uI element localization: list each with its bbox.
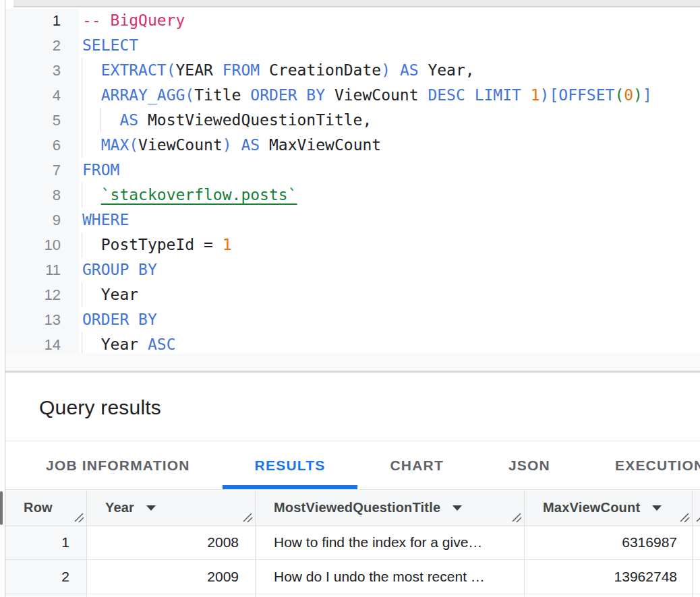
code-line[interactable]: 9WHERE bbox=[0, 208, 700, 232]
code-token: 0 bbox=[624, 86, 633, 104]
code-text: `stackoverflow.posts` bbox=[82, 183, 297, 208]
code-line[interactable]: 6 MAX(ViewCount) AS MaxViewCount bbox=[0, 133, 700, 158]
code-token: Year bbox=[82, 336, 148, 353]
code-line[interactable]: 8 `stackoverflow.posts` bbox=[0, 183, 700, 208]
column-resize-handle[interactable] bbox=[242, 512, 253, 523]
code-line[interactable]: 1-- BigQuery bbox=[0, 8, 700, 33]
code-line[interactable]: 13ORDER BY bbox=[0, 307, 700, 332]
maxviewcount-cell: 13962748 bbox=[525, 560, 693, 594]
year-cell bbox=[87, 594, 256, 597]
line-number: 10 bbox=[5, 232, 61, 257]
code-line[interactable]: 7FROM bbox=[0, 158, 700, 183]
code-token bbox=[82, 86, 101, 104]
code-token: 1 bbox=[531, 86, 540, 104]
code-token: ViewCount bbox=[138, 136, 223, 154]
code-text: EXTRACT(YEAR FROM CreationDate) AS Year, bbox=[82, 58, 475, 83]
sort-dropdown-icon[interactable] bbox=[652, 505, 662, 511]
code-token: MostViewedQuestionTitle, bbox=[138, 111, 372, 129]
table-header-row: Row Year MostViewedQuestionTitle bbox=[5, 491, 700, 526]
code-line[interactable]: 11GROUP BY bbox=[0, 257, 700, 282]
code-token: ( bbox=[614, 86, 624, 104]
sql-code-editor[interactable]: 1-- BigQuery2SELECT3 EXTRACT(YEAR FROM C… bbox=[0, 8, 700, 357]
code-text: WHERE bbox=[82, 208, 129, 232]
sort-dropdown-icon[interactable] bbox=[453, 505, 462, 511]
tab-chart[interactable]: CHART bbox=[357, 442, 476, 489]
line-number: 4 bbox=[5, 83, 61, 108]
line-number: 3 bbox=[5, 58, 61, 83]
code-token: CreationDate bbox=[260, 61, 381, 79]
code-line[interactable]: 5 AS MostViewedQuestionTitle, bbox=[0, 108, 700, 133]
code-line[interactable]: 10 PostTypeId = 1 bbox=[0, 232, 700, 257]
code-token: SELECT bbox=[82, 36, 138, 54]
column-header-maxviewcount[interactable]: MaxViewCount bbox=[525, 491, 693, 525]
code-token: Year bbox=[82, 286, 138, 303]
code-line[interactable]: 2SELECT bbox=[0, 33, 700, 58]
year-cell: 2008 bbox=[87, 526, 256, 559]
title-cell: How to find the index for a give… bbox=[256, 526, 525, 559]
code-token: )[ bbox=[540, 86, 559, 104]
tab-job-information[interactable]: JOB INFORMATION bbox=[13, 442, 223, 489]
code-token bbox=[390, 61, 400, 79]
column-header-clipped[interactable] bbox=[693, 491, 700, 525]
code-text: -- BigQuery bbox=[82, 8, 185, 33]
tab-json[interactable]: JSON bbox=[476, 442, 583, 489]
code-token bbox=[82, 186, 101, 203]
code-token: AS bbox=[119, 111, 138, 129]
code-token: Year, bbox=[419, 61, 475, 79]
line-number: 1 bbox=[5, 8, 61, 33]
code-token: WHERE bbox=[82, 211, 129, 228]
table-reference-link[interactable]: `stackoverflow.posts` bbox=[101, 186, 297, 203]
code-token: GROUP BY bbox=[82, 261, 157, 278]
table-row: 2 2009 How do I undo the most recent … 1… bbox=[5, 560, 700, 594]
column-resize-handle[interactable] bbox=[679, 512, 690, 523]
tab-results[interactable]: RESULTS bbox=[223, 442, 358, 489]
code-token: YEAR bbox=[176, 61, 223, 79]
code-token: AS bbox=[241, 136, 260, 154]
editor-top-scrollbar-track[interactable] bbox=[13, 0, 700, 7]
code-token: -- BigQuery bbox=[82, 11, 185, 29]
column-header-year[interactable]: Year bbox=[87, 491, 256, 525]
code-token: ORDER BY bbox=[250, 86, 325, 104]
column-resize-handle[interactable] bbox=[695, 512, 700, 523]
code-token: ) bbox=[223, 136, 232, 154]
code-text: SELECT bbox=[82, 33, 138, 58]
editor-bottom-strip bbox=[5, 353, 700, 373]
column-resize-handle[interactable] bbox=[74, 512, 84, 523]
code-text: PostTypeId = 1 bbox=[82, 232, 232, 257]
query-results-title: Query results bbox=[39, 396, 161, 419]
code-token: ] bbox=[643, 86, 652, 104]
year-cell: 2009 bbox=[87, 560, 256, 594]
code-token: 1 bbox=[223, 236, 232, 253]
line-number: 11 bbox=[5, 257, 61, 282]
code-token: ViewCount bbox=[325, 86, 428, 104]
sort-dropdown-icon[interactable] bbox=[146, 505, 156, 511]
code-token: ( bbox=[185, 86, 194, 104]
code-token: ) bbox=[633, 86, 643, 104]
row-number-cell: 1 bbox=[5, 526, 87, 559]
table-row: 1 2008 How to find the index for a give…… bbox=[5, 526, 700, 560]
code-token: EXTRACT bbox=[101, 61, 167, 79]
code-token: ( bbox=[129, 136, 138, 154]
tab-execution-details[interactable]: EXECUTION DETAILS bbox=[583, 442, 700, 489]
code-text: ARRAY_AGG(Title ORDER BY ViewCount DESC … bbox=[82, 83, 652, 108]
clipped-cell bbox=[693, 526, 700, 559]
code-text: MAX(ViewCount) AS MaxViewCount bbox=[82, 133, 381, 158]
column-header-mostviewedquestiontitle[interactable]: MostViewedQuestionTitle bbox=[256, 491, 525, 525]
code-text: FROM bbox=[82, 158, 119, 183]
results-scrollbar-thumb[interactable] bbox=[0, 491, 3, 525]
code-line[interactable]: 12 Year bbox=[0, 282, 700, 307]
column-header-row[interactable]: Row bbox=[5, 491, 87, 525]
code-line[interactable]: 3 EXTRACT(YEAR FROM CreationDate) AS Yea… bbox=[0, 58, 700, 83]
code-token: PostTypeId = bbox=[82, 236, 223, 253]
query-results-header: Query results bbox=[5, 375, 700, 441]
column-resize-handle[interactable] bbox=[511, 512, 522, 523]
code-text: Year bbox=[82, 282, 138, 307]
code-token: FROM bbox=[223, 61, 260, 79]
code-line[interactable]: 4 ARRAY_AGG(Title ORDER BY ViewCount DES… bbox=[0, 83, 700, 108]
row-number-cell: 2 bbox=[5, 560, 87, 594]
maxviewcount-cell bbox=[525, 594, 693, 597]
code-token bbox=[232, 136, 241, 154]
code-token bbox=[521, 86, 531, 104]
code-text: GROUP BY bbox=[82, 257, 157, 282]
row-number-cell bbox=[5, 594, 87, 597]
